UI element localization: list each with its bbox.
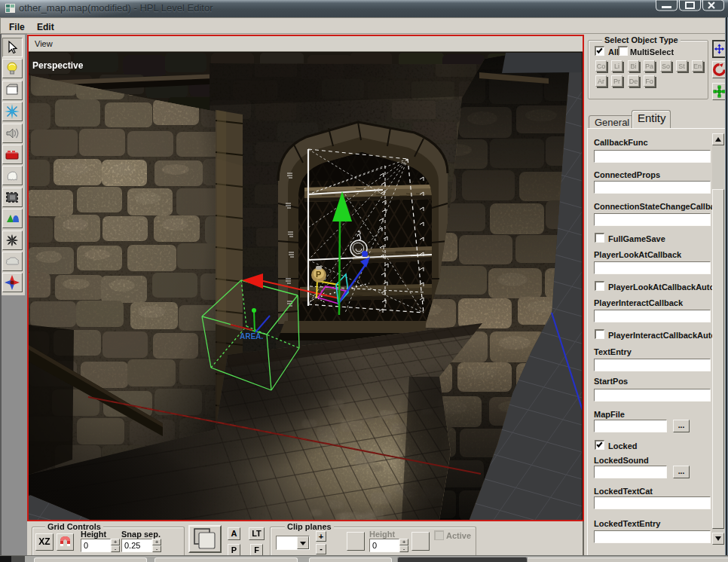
svg-text:AREA.: AREA. bbox=[240, 332, 263, 341]
svg-text:P: P bbox=[316, 270, 321, 279]
svg-text:Perspective: Perspective bbox=[32, 60, 84, 71]
